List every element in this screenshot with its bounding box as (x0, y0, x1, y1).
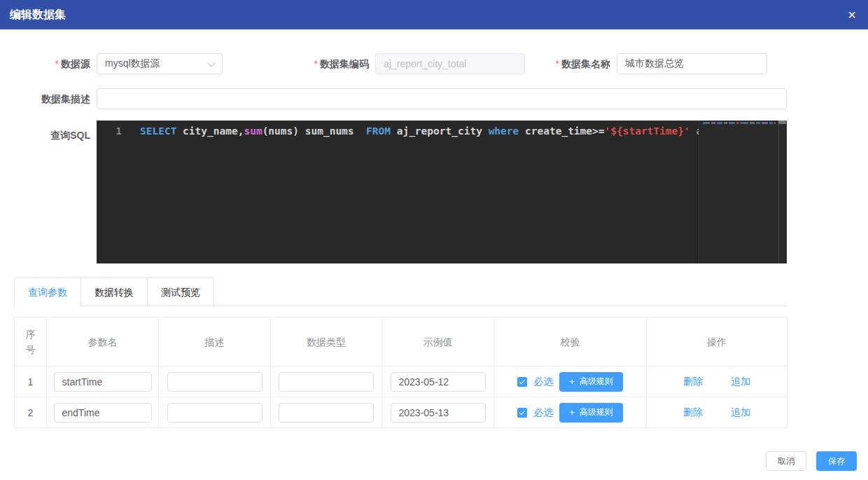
column-header: 示例值 (382, 317, 494, 366)
column-header: 数据类型 (271, 317, 382, 366)
param-type-input[interactable] (279, 403, 374, 423)
plus-icon: + (569, 408, 575, 417)
sql-label: 查询SQL (14, 121, 97, 146)
required-mark: * (556, 58, 559, 69)
dialog-header: 编辑数据集 × (0, 0, 868, 29)
tab-strip: 查询参数 数据转换 测试预览 (14, 277, 214, 306)
required-mark: * (314, 58, 318, 69)
tab-query-params[interactable]: 查询参数 (14, 277, 81, 306)
param-table-body: 1 必选 +高级规则 删除 追加 2 必选 + (15, 366, 788, 428)
param-desc-input[interactable] (167, 372, 262, 392)
param-type-input[interactable] (279, 372, 374, 392)
dataset-desc-input[interactable] (97, 88, 787, 109)
table-row: 2 必选 +高级规则 删除 追加 (15, 397, 788, 428)
advanced-rule-label: 高级规则 (580, 406, 613, 418)
column-header: 序号 (15, 317, 47, 366)
sql-editor[interactable]: 1 SELECT city_name,sum(nums) sum_nums FR… (97, 121, 787, 263)
tab-data-transform[interactable]: 数据转换 (81, 277, 148, 306)
param-name-input[interactable] (54, 372, 152, 392)
dialog-footer: 取消 保存 (766, 451, 857, 471)
advanced-rule-label: 高级规则 (580, 376, 613, 388)
delete-link[interactable]: 删除 (683, 406, 703, 419)
param-table: 序号参数名描述数据类型示例值校验操作 1 必选 +高级规则 删除 追加 2 (14, 317, 788, 428)
minimap-line (703, 122, 776, 124)
required-mark: * (55, 58, 59, 69)
datasource-select[interactable] (97, 53, 223, 74)
form-row-main: *数据源 *数据集编码 *数据集名称 (14, 53, 787, 74)
close-icon[interactable]: × (848, 8, 856, 22)
row-index: 2 (28, 407, 34, 418)
dataset-name-label: *数据集名称 (525, 53, 617, 74)
column-header: 描述 (159, 317, 271, 366)
param-name-input[interactable] (54, 403, 152, 423)
param-example-input[interactable] (391, 372, 486, 392)
dialog-title: 编辑数据集 (10, 8, 66, 22)
column-header: 校验 (494, 317, 647, 366)
form-row-description: 数据集描述 (14, 88, 787, 109)
delete-link[interactable]: 删除 (683, 376, 703, 388)
datasource-select-value[interactable] (97, 53, 223, 74)
required-label: 必选 (533, 406, 553, 419)
column-header: 参数名 (47, 317, 159, 366)
edit-dataset-dialog: 编辑数据集 × *数据源 *数据集编码 *数据集名称 数据集描述 查询SQL 1… (0, 0, 868, 480)
advanced-rule-button[interactable]: +高级规则 (559, 372, 623, 392)
save-button[interactable]: 保存 (816, 451, 857, 471)
tab-bar: 查询参数 数据转换 测试预览 (14, 277, 787, 306)
sql-code-line[interactable]: SELECT city_name,sum(nums) sum_nums FROM… (132, 121, 787, 263)
editor-scrollbar[interactable] (778, 121, 787, 263)
param-example-input[interactable] (391, 403, 486, 423)
dataset-code-input (375, 53, 525, 74)
append-link[interactable]: 追加 (731, 406, 750, 419)
line-number-gutter: 1 (97, 121, 132, 263)
param-desc-input[interactable] (167, 403, 262, 423)
column-header: 操作 (647, 317, 788, 366)
dataset-desc-label: 数据集描述 (14, 88, 97, 109)
dataset-name-input[interactable] (617, 53, 767, 74)
scrollbar-thumb[interactable] (778, 121, 786, 124)
required-label: 必选 (533, 376, 553, 388)
required-checkbox[interactable] (517, 377, 527, 387)
append-link[interactable]: 追加 (731, 376, 750, 388)
form-row-sql: 查询SQL 1 SELECT city_name,sum(nums) sum_n… (14, 121, 787, 263)
tab-test-preview[interactable]: 测试预览 (148, 277, 214, 306)
advanced-rule-button[interactable]: +高级规则 (559, 403, 623, 423)
row-index: 1 (28, 376, 34, 388)
plus-icon: + (569, 377, 575, 386)
datasource-label: *数据源 (14, 53, 97, 74)
dataset-code-label: *数据集编码 (223, 53, 375, 74)
dialog-body: *数据源 *数据集编码 *数据集名称 数据集描述 查询SQL 1 SELECT … (0, 53, 868, 428)
required-checkbox[interactable] (517, 408, 527, 418)
param-table-header-row: 序号参数名描述数据类型示例值校验操作 (15, 317, 788, 366)
editor-minimap[interactable] (699, 121, 787, 263)
table-row: 1 必选 +高级规则 删除 追加 (15, 366, 788, 397)
cancel-button[interactable]: 取消 (766, 451, 806, 471)
